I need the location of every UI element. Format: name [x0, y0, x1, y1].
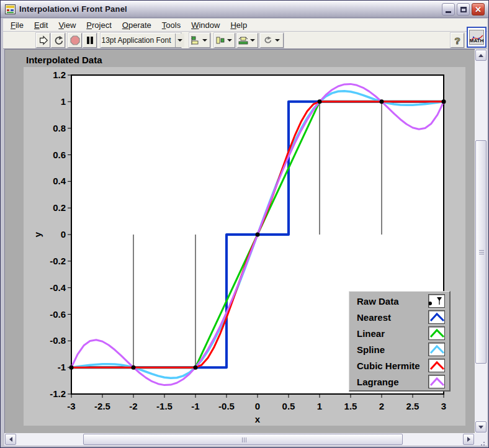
- x-tick-label: -0.5: [218, 401, 235, 411]
- reorder-button[interactable]: [260, 33, 284, 48]
- menu-project[interactable]: Project: [85, 20, 112, 30]
- legend-sample-linear[interactable]: [428, 326, 445, 340]
- legend-sample-spline[interactable]: [428, 343, 445, 356]
- legend-label[interactable]: Nearest: [357, 312, 391, 323]
- x-tick-label: 1: [317, 401, 322, 411]
- menu-file[interactable]: File: [9, 20, 25, 30]
- menu-view[interactable]: View: [57, 20, 77, 30]
- run-continuously-button[interactable]: [51, 33, 65, 48]
- y-tick-label: -1.2: [50, 388, 66, 399]
- maximize-button[interactable]: [457, 3, 470, 16]
- y-tick-label: -1: [58, 362, 66, 372]
- close-icon: ✕: [475, 6, 482, 14]
- align-objects-button[interactable]: [189, 33, 210, 48]
- resize-grip[interactable]: [475, 433, 487, 446]
- menu-help[interactable]: Help: [229, 20, 248, 30]
- legend-row-nearest[interactable]: Nearest: [349, 309, 449, 325]
- horizontal-scrollbar[interactable]: [4, 433, 475, 446]
- legend-row-raw-data[interactable]: Raw Data: [349, 293, 449, 309]
- chevron-right-icon: [467, 437, 470, 442]
- legend-label[interactable]: Cubic Hermite: [357, 361, 420, 371]
- legend-row-spline[interactable]: Spline: [349, 341, 449, 357]
- chevron-up-icon: [478, 54, 483, 57]
- y-tick-label: 0.2: [53, 202, 66, 213]
- window-title: Interpolation.vi Front Panel: [19, 4, 127, 14]
- y-tick-label: 0.8: [53, 123, 66, 133]
- align-objects-icon: [191, 35, 200, 45]
- help-button[interactable]: ?: [451, 33, 464, 48]
- raw-data-point: [442, 99, 446, 104]
- x-tick-label: 0.5: [282, 401, 295, 411]
- legend-sample-cubic-hermite[interactable]: [428, 359, 445, 372]
- close-button[interactable]: ✕: [472, 3, 485, 16]
- x-tick-label: -2: [129, 401, 137, 411]
- legend-sample-nearest[interactable]: [428, 310, 445, 324]
- y-tick-label: -0.6: [50, 309, 66, 320]
- raw-data-point: [194, 365, 198, 370]
- scroll-down-button[interactable]: [475, 421, 487, 432]
- legend-sample-raw-data[interactable]: [428, 294, 445, 308]
- chevron-left-icon: [9, 437, 12, 442]
- y-tick-label: 0.6: [53, 150, 66, 160]
- vertical-scroll-thumb[interactable]: [475, 140, 487, 364]
- pause-button[interactable]: [83, 33, 97, 48]
- xy-graph[interactable]: 1.210.80.60.40.20-0.2-0.4-0.6-0.8-1-1.2-…: [24, 67, 465, 426]
- front-panel[interactable]: Interpolated Data 1.210.80.60.40.20-0.2-…: [4, 49, 475, 433]
- distribute-objects-button[interactable]: [214, 33, 235, 48]
- help-icon: ?: [454, 35, 460, 46]
- labview-front-panel-window: Interpolation.vi Front Panel ✕ File Edit…: [0, 0, 489, 448]
- math-badge[interactable]: MATH: [467, 27, 487, 48]
- x-tick-label: -2.5: [94, 401, 110, 411]
- x-tick-label: 2: [379, 401, 384, 411]
- y-axis-label: y: [32, 231, 43, 237]
- reorder-icon: [262, 35, 273, 45]
- menu-tools[interactable]: Tools: [161, 20, 182, 30]
- menu-edit[interactable]: Edit: [33, 20, 49, 30]
- raw-data-point: [132, 365, 136, 370]
- raw-data-point: [380, 99, 384, 104]
- plot-legend[interactable]: Raw Data Nearest: [349, 291, 451, 392]
- chart-title: Interpolated Data: [26, 55, 102, 65]
- scroll-right-button[interactable]: [463, 434, 474, 445]
- legend-row-linear[interactable]: Linear: [349, 325, 449, 341]
- run-icon: [38, 35, 49, 46]
- menu-window[interactable]: Window: [190, 20, 221, 30]
- horizontal-scroll-thumb[interactable]: [83, 434, 403, 445]
- y-tick-label: 0: [61, 229, 66, 240]
- x-tick-label: 2.5: [406, 401, 419, 411]
- chevron-down-icon: [275, 39, 280, 42]
- raw-data-point: [70, 365, 74, 370]
- legend-row-cubic-hermite[interactable]: Cubic Hermite: [349, 357, 449, 374]
- scroll-up-button[interactable]: [475, 50, 487, 61]
- legend-row-lagrange[interactable]: Lagrange: [349, 374, 449, 390]
- legend-label[interactable]: Linear: [357, 328, 385, 339]
- font-selector-arrow[interactable]: [175, 34, 184, 47]
- x-tick-label: 1.5: [344, 401, 357, 411]
- minimize-button[interactable]: [442, 3, 455, 16]
- x-axis-label: x: [255, 414, 261, 424]
- resize-objects-icon: [238, 35, 248, 45]
- vertical-scrollbar[interactable]: [475, 49, 487, 433]
- menu-bar: File Edit View Project Operate Tools Win…: [3, 19, 487, 32]
- legend-sample-lagrange[interactable]: [428, 375, 445, 388]
- font-selector[interactable]: 13pt Application Font: [101, 33, 181, 48]
- menu-operate[interactable]: Operate: [121, 20, 153, 30]
- legend-label[interactable]: Spline: [357, 344, 385, 355]
- maximize-icon: [460, 7, 467, 12]
- run-button[interactable]: [36, 33, 50, 48]
- minimize-icon: [446, 11, 451, 13]
- title-bar[interactable]: Interpolation.vi Front Panel ✕: [1, 1, 488, 18]
- legend-label[interactable]: Lagrange: [357, 377, 399, 387]
- scroll-left-button[interactable]: [5, 434, 16, 445]
- vi-app-icon: [5, 4, 16, 14]
- toolbar: 13pt Application Font: [3, 32, 487, 49]
- run-continuously-icon: [53, 35, 64, 46]
- abort-button[interactable]: [68, 33, 82, 48]
- x-tick-label: 0: [255, 401, 260, 411]
- legend-label[interactable]: Raw Data: [357, 296, 399, 307]
- y-tick-label: -0.2: [50, 256, 66, 266]
- resize-objects-button[interactable]: [237, 33, 258, 48]
- distribute-objects-icon: [215, 35, 225, 45]
- y-tick-label: -0.4: [50, 282, 66, 293]
- raw-data-point: [256, 233, 260, 237]
